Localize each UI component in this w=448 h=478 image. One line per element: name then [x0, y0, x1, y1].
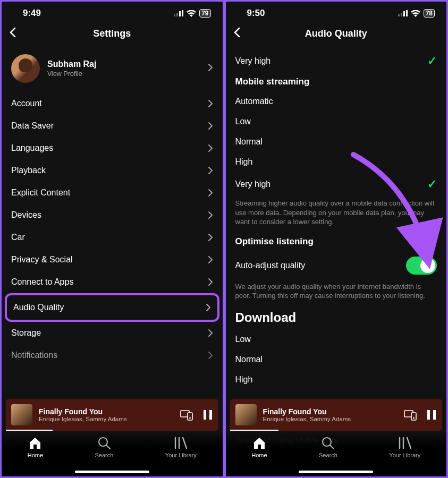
settings-list: Account Data Saver Languages Playback Ex…	[2, 92, 223, 366]
option-low[interactable]: Low	[226, 112, 447, 132]
page-title: Settings	[93, 28, 131, 39]
section-optimise: Optimise listening	[226, 233, 447, 251]
option-high[interactable]: High	[226, 152, 447, 172]
chevron-right-icon	[208, 63, 213, 74]
setting-privacy[interactable]: Privacy & Social	[2, 249, 223, 271]
auto-adjust-row: Auto-adjust quality	[226, 251, 447, 280]
chevron-left-icon	[233, 27, 241, 38]
nav-home[interactable]: Home	[251, 436, 267, 458]
wifi-icon	[411, 10, 420, 17]
signal-icon	[398, 10, 408, 16]
now-playing-artist: Enrique Iglesias, Sammy Adams	[39, 416, 127, 422]
download-low[interactable]: Low	[226, 329, 447, 349]
back-button[interactable]	[9, 27, 16, 40]
library-icon	[398, 436, 412, 450]
setting-storage[interactable]: Storage	[2, 322, 223, 344]
signal-icon	[174, 10, 183, 16]
now-playing-artist: Enrique Iglesias, Sammy Adams	[263, 416, 351, 422]
profile-sub: View Profile	[47, 70, 96, 78]
chevron-right-icon	[208, 122, 213, 130]
svg-rect-17	[427, 410, 430, 420]
nav-search[interactable]: Search	[95, 436, 114, 458]
album-art	[11, 404, 32, 425]
phone-left-settings: 9:49 79 Settings Subham Raj View Profile…	[2, 2, 223, 476]
status-right: 78	[398, 9, 435, 18]
setting-data-saver[interactable]: Data Saver	[2, 115, 223, 137]
setting-languages[interactable]: Languages	[2, 137, 223, 159]
svg-rect-15	[411, 413, 416, 420]
nav-library[interactable]: Your Library	[165, 436, 197, 458]
auto-adjust-desc: We adjust your audio quality when your i…	[226, 280, 447, 307]
now-playing-bar[interactable]: Finally Found You Enrique Iglesias, Samm…	[6, 399, 218, 431]
auto-adjust-toggle[interactable]	[406, 257, 437, 275]
now-playing-text: Finally Found You Enrique Iglesias, Samm…	[263, 407, 351, 422]
download-normal[interactable]: Normal	[226, 349, 447, 370]
svg-rect-1	[176, 13, 178, 16]
highlight-annotation: Audio Quality	[5, 293, 219, 322]
checkmark-icon: ✓	[427, 177, 437, 191]
setting-notifications[interactable]: Notifications	[2, 344, 223, 366]
header: Settings	[2, 21, 223, 49]
chevron-right-icon	[208, 211, 213, 219]
auto-adjust-label: Auto-adjust quality	[235, 261, 306, 270]
pause-icon[interactable]	[202, 409, 213, 421]
setting-account[interactable]: Account	[2, 92, 223, 115]
option-very-high[interactable]: Very high ✓	[226, 172, 447, 197]
status-time: 9:50	[247, 8, 265, 19]
library-icon	[174, 436, 188, 450]
section-download: Download	[226, 307, 447, 329]
setting-car[interactable]: Car	[2, 226, 223, 249]
svg-rect-13	[406, 10, 408, 16]
chevron-right-icon	[208, 278, 213, 286]
devices-icon[interactable]	[180, 409, 193, 421]
back-button[interactable]	[233, 27, 241, 40]
chevron-left-icon	[9, 27, 16, 38]
bottom-nav: Home Search Your Library	[2, 431, 223, 476]
download-high[interactable]: High	[226, 370, 447, 390]
svg-rect-0	[174, 14, 175, 16]
album-art	[235, 404, 257, 425]
mobile-streaming-desc: Streaming higher audio quality over a mo…	[226, 197, 447, 233]
home-icon	[28, 436, 42, 450]
svg-rect-10	[398, 14, 400, 16]
status-right: 79	[174, 9, 210, 18]
home-indicator[interactable]	[75, 471, 149, 473]
svg-rect-12	[403, 11, 405, 16]
svg-rect-8	[209, 410, 212, 420]
page-title: Audio Quality	[305, 28, 367, 39]
now-playing-bar[interactable]: Finally Found You Enrique Iglesias, Samm…	[230, 399, 443, 431]
profile-text: Subham Raj View Profile	[47, 59, 96, 78]
setting-devices[interactable]: Devices	[2, 204, 223, 226]
chevron-right-icon	[208, 144, 213, 152]
option-normal[interactable]: Normal	[226, 132, 447, 152]
pause-icon[interactable]	[426, 409, 437, 421]
svg-rect-18	[433, 410, 436, 420]
search-icon	[97, 436, 111, 450]
setting-explicit[interactable]: Explicit Content	[2, 182, 223, 204]
chevron-right-icon	[208, 99, 213, 108]
nav-search[interactable]: Search	[319, 436, 337, 458]
home-indicator[interactable]	[299, 471, 373, 473]
battery-icon: 78	[424, 9, 435, 18]
nav-library[interactable]: Your Library	[389, 436, 420, 458]
option-very-high-top[interactable]: Very high ✓	[226, 49, 447, 73]
setting-connect-apps[interactable]: Connect to Apps	[2, 271, 223, 293]
devices-icon[interactable]	[404, 409, 417, 421]
setting-playback[interactable]: Playback	[2, 159, 223, 182]
nav-home[interactable]: Home	[28, 436, 43, 458]
chevron-right-icon	[206, 303, 211, 312]
status-bar: 9:50 78	[226, 2, 447, 21]
section-mobile-streaming: Mobile streaming	[226, 73, 447, 91]
profile-row[interactable]: Subham Raj View Profile	[2, 49, 223, 92]
chevron-right-icon	[208, 233, 213, 242]
chevron-right-icon	[208, 189, 213, 197]
svg-rect-3	[182, 10, 183, 16]
setting-audio-quality[interactable]: Audio Quality	[7, 295, 217, 320]
phone-right-audio-quality: 9:50 78 Audio Quality Very high ✓ Mobile…	[226, 2, 447, 476]
now-playing-title: Finally Found You	[39, 407, 127, 416]
option-automatic[interactable]: Automatic	[226, 91, 447, 112]
svg-rect-5	[188, 413, 192, 420]
status-time: 9:49	[23, 8, 41, 19]
home-icon	[252, 436, 266, 450]
bottom-nav: Home Search Your Library	[226, 431, 447, 476]
